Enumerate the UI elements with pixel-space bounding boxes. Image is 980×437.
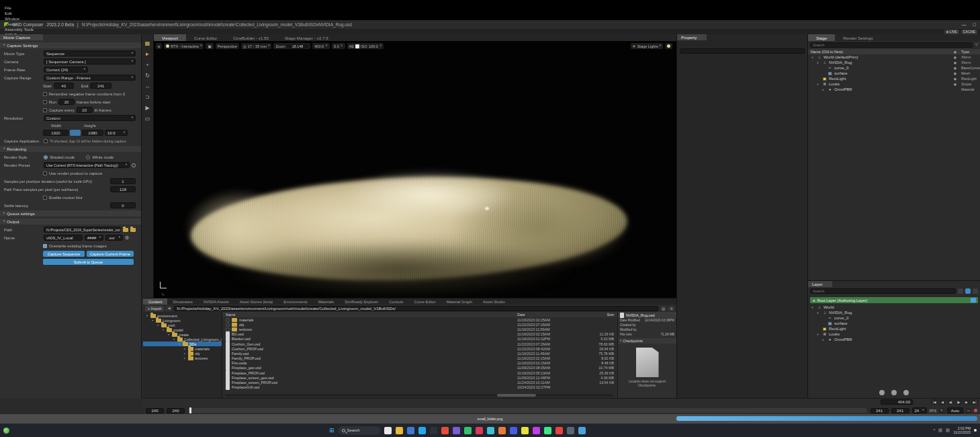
height-field[interactable]: 1080 — [82, 130, 103, 136]
run-before-checkbox[interactable] — [43, 100, 47, 104]
expand-icon[interactable]: ▾ — [172, 337, 176, 341]
expand-icon[interactable]: ▾ — [150, 319, 154, 322]
aspect-ratio-select[interactable]: 16:9 — [105, 130, 128, 136]
taskbar-app-icon[interactable] — [498, 427, 506, 434]
pt-spp-field[interactable]: 128 — [110, 186, 136, 192]
stage-panel-tab[interactable]: Stage — [808, 34, 835, 41]
file-row[interactable]: FireplaceGrill.usd 10/24/2023 02:27PM — [222, 385, 617, 390]
motion-blur-checkbox[interactable] — [43, 196, 47, 200]
record-icon[interactable] — [974, 409, 977, 412]
folder-tree-item[interactable]: ▸ textures — [143, 356, 222, 360]
maximize-button[interactable]: □ — [973, 22, 976, 27]
expand-icon[interactable]: ▸ — [183, 347, 187, 350]
content-tab[interactable]: SimReady Explorer — [339, 299, 384, 305]
folder-tree-item[interactable]: ▾ SDs — [143, 342, 222, 346]
file-row[interactable]: obj 11/22/2023 07:26AM — [222, 322, 617, 327]
transport-button[interactable]: ▶ — [963, 399, 970, 405]
layer-row[interactable]: surface — [808, 321, 980, 326]
capture-every-checkbox[interactable] — [43, 108, 47, 112]
auto-key-toggle[interactable]: Auto — [947, 407, 963, 413]
tray-volume-icon[interactable] — [946, 428, 950, 432]
timeline-track[interactable] — [189, 408, 866, 413]
renderer-select[interactable]: RTX - Interactive — [164, 43, 204, 49]
transport-button[interactable]: ▶| — [971, 399, 978, 405]
loop-icon[interactable]: ▭ — [966, 408, 971, 413]
transport-button[interactable]: ◀| — [947, 399, 954, 405]
fstop-field[interactable]: 0.0⇕ — [332, 43, 345, 49]
transport-button[interactable]: |▶ — [955, 399, 962, 405]
taskbar-app-icon[interactable] — [555, 427, 563, 434]
viewport-canvas[interactable]: RTX - Interactive Perspective 17 - 35 mm… — [154, 41, 676, 298]
expand-icon[interactable]: ▾ — [161, 328, 165, 331]
weather-widget[interactable] — [3, 428, 9, 434]
live-toggle[interactable]: LIVE — [944, 30, 959, 34]
cloud-sync-icon[interactable] — [891, 390, 897, 395]
taskbar-app-icon[interactable] — [453, 427, 460, 434]
taskbar-search[interactable]: Search — [338, 426, 381, 435]
capture-application-checkbox[interactable] — [44, 139, 48, 143]
folder-tree-item[interactable]: ▾ environment — [143, 313, 222, 318]
layer-row[interactable]: ▾ Looks — [808, 331, 980, 337]
playhead[interactable] — [189, 407, 191, 413]
cloud-icon[interactable] — [879, 390, 885, 395]
visibility-eye-icon[interactable]: ◉ — [952, 82, 959, 86]
open-folder-icon[interactable] — [130, 228, 136, 232]
loop-start-field[interactable]: 240 — [167, 408, 185, 413]
white-mode-radio[interactable] — [86, 155, 90, 159]
navigation-tool-icon[interactable]: ▦ — [145, 41, 150, 46]
expand-icon[interactable]: ▾ — [145, 314, 149, 317]
expand-icon[interactable]: ▾ — [815, 333, 820, 336]
menu-item[interactable]: Assembly Tools — [2, 26, 36, 32]
expand-icon[interactable]: ▾ — [815, 83, 820, 86]
stage-row[interactable]: ▾ NVIDIA_Rug ◉ Xform — [808, 60, 980, 65]
iso-control[interactable]: AEISO100.0⇕ — [347, 43, 384, 49]
taskbar-app-icon[interactable] — [418, 427, 426, 434]
content-path-field[interactable]: N:/Projects/Holiday_KV_2023/asset/enviro… — [174, 306, 658, 311]
overwrite-checkbox[interactable] — [43, 244, 47, 248]
cache-toggle[interactable]: CACHE — [961, 30, 977, 34]
root-layer-row[interactable]: Root Layer (Authoring Layer) — [810, 297, 978, 303]
camera-select[interactable]: [ Sequencer Camera ] — [44, 58, 136, 65]
property-tab[interactable]: Property — [677, 34, 707, 40]
light-rig-button[interactable] — [665, 43, 672, 49]
capture-sequence-button[interactable]: Capture Sequence — [43, 251, 85, 257]
property-search-input[interactable] — [680, 48, 805, 54]
content-tab[interactable]: Asset Stores (beta) — [234, 299, 279, 305]
resolution-select[interactable]: Custom — [44, 115, 136, 121]
expand-icon[interactable]: ▾ — [815, 311, 820, 315]
viewport-tab[interactable]: Viewport — [154, 34, 186, 41]
folder-tree-item[interactable]: ▸ materials — [143, 346, 222, 351]
file-checkbox[interactable] — [226, 328, 230, 331]
folder-tree-item[interactable]: ▾ Livingroom — [143, 318, 222, 323]
layer-tab[interactable]: Layer — [808, 281, 832, 287]
capture-every-field[interactable]: 20 — [77, 107, 93, 113]
render-product-checkbox[interactable] — [43, 171, 47, 175]
folder-icon[interactable] — [123, 228, 128, 232]
run-frames-field[interactable]: 20 — [58, 99, 75, 105]
list-view-icon[interactable]: ▤ — [660, 306, 666, 311]
file-row[interactable]: materials 11/16/2023 02:25AM — [222, 317, 617, 322]
extension-select[interactable]: .exr — [105, 235, 123, 241]
viewport-tab[interactable]: Curve Editor — [186, 34, 225, 41]
frame-rate-select[interactable]: Current (24) — [44, 67, 88, 73]
aspect-link-toggle[interactable] — [70, 130, 81, 136]
content-tab[interactable]: Environments — [278, 299, 312, 305]
folder-tree-item[interactable]: ▾ create — [143, 332, 222, 337]
camera-select[interactable]: Perspective — [216, 43, 239, 49]
move-tool-icon[interactable]: + — [146, 63, 149, 68]
tray-chevron-icon[interactable]: ^ — [934, 428, 936, 432]
capture-settings-header[interactable]: Capture Settings — [0, 42, 141, 48]
zoom-slider[interactable]: 18.148 — [287, 44, 309, 48]
expand-icon[interactable]: ▾ — [156, 323, 160, 327]
layer-live-icon[interactable] — [965, 288, 971, 294]
viewport-menu-icon[interactable] — [156, 43, 162, 49]
play-tool-icon[interactable]: ▶ — [145, 106, 149, 111]
taskbar-app-icon[interactable] — [441, 427, 449, 434]
checkpoints-header[interactable]: Checkpoints — [618, 338, 676, 344]
key-icon[interactable]: ✎ — [939, 408, 944, 413]
queue-settings-header[interactable]: Queue settings — [0, 210, 141, 216]
taskbar-app-icon[interactable] — [407, 427, 414, 434]
cloud-user-icon[interactable] — [903, 390, 909, 395]
content-tab[interactable]: Asset Studio — [478, 299, 510, 305]
stage-row[interactable]: surface ◉ Mesh — [808, 71, 980, 76]
